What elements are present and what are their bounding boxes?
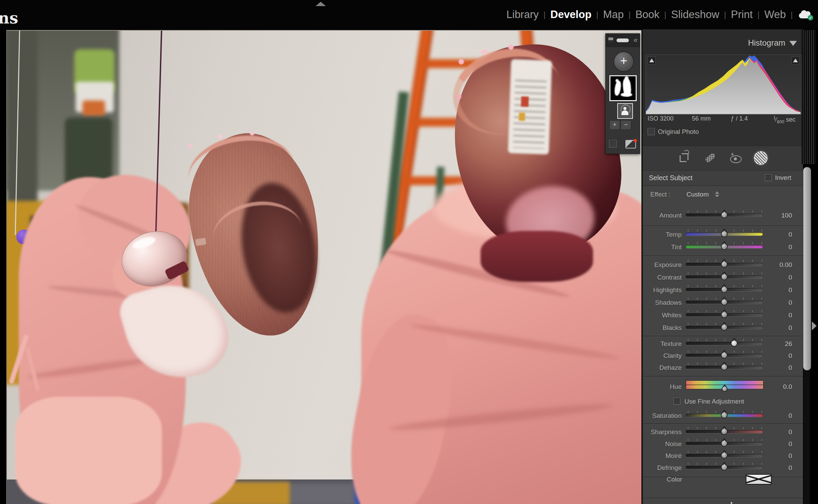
crop-overlay-icon[interactable] xyxy=(677,151,692,166)
nav-item-print[interactable]: Print xyxy=(726,9,758,21)
blacks-label: Blacks xyxy=(643,324,682,332)
nav-item-web[interactable]: Web xyxy=(760,9,791,21)
shutter-value: 1⁄800 sec xyxy=(773,115,796,124)
show-overlay-checkbox[interactable] xyxy=(609,140,617,147)
amount-slider[interactable] xyxy=(686,214,763,217)
sharpness-slider-thumb[interactable] xyxy=(721,428,728,435)
effect-value-dropdown[interactable]: Custom xyxy=(686,191,709,198)
chevrons-left-icon[interactable]: « xyxy=(634,36,638,45)
shadows-slider-thumb[interactable] xyxy=(721,299,728,305)
drag-pill-icon[interactable] xyxy=(617,38,629,42)
scrollbar-track[interactable] xyxy=(804,370,810,504)
defringe-slider-thumb[interactable] xyxy=(721,464,728,471)
sharpness-slider[interactable] xyxy=(686,430,763,433)
texture-slider[interactable] xyxy=(686,342,763,345)
histogram-collapse-arrow-icon[interactable] xyxy=(789,41,797,46)
defringe-value[interactable]: 0 xyxy=(768,464,792,472)
tint-slider[interactable] xyxy=(686,245,763,248)
right-panel-arrow-icon[interactable] xyxy=(812,321,817,330)
dehaze-slider[interactable] xyxy=(686,366,763,369)
fine-adjustment-checkbox[interactable] xyxy=(673,398,680,405)
mask-overlay-icon[interactable] xyxy=(625,140,636,148)
shadow-clipping-triangle-icon[interactable] xyxy=(648,57,656,65)
moire-value[interactable]: 0 xyxy=(768,452,792,460)
amount-value[interactable]: 100 xyxy=(768,212,792,219)
nav-item-develop[interactable]: Develop xyxy=(546,9,596,21)
moire-slider-thumb[interactable] xyxy=(721,452,728,459)
nav-item-book[interactable]: Book xyxy=(631,9,664,21)
clarity-slider-thumb[interactable] xyxy=(721,352,728,359)
effect-dropdown-arrows-icon[interactable] xyxy=(715,191,719,197)
label-red-mark xyxy=(521,96,529,107)
mask-overlay-mode-icon[interactable] xyxy=(608,37,613,43)
exposure-slider[interactable] xyxy=(686,263,763,266)
clarity-value[interactable]: 0 xyxy=(768,352,792,360)
amount-slider-thumb[interactable] xyxy=(721,211,728,218)
clarity-slider[interactable] xyxy=(686,354,763,357)
collapse-top-arrow-icon[interactable] xyxy=(316,2,326,6)
add-mask-button[interactable]: + xyxy=(614,51,634,72)
whites-value[interactable]: 0 xyxy=(768,312,792,319)
scrollbar-thumb[interactable] xyxy=(803,167,811,371)
subtract-from-mask-button[interactable]: − xyxy=(621,120,631,130)
dehaze-value[interactable]: 0 xyxy=(768,364,792,372)
dehaze-label: Dehaze xyxy=(643,364,682,372)
moire-slider[interactable] xyxy=(686,454,763,457)
highlights-slider-thumb[interactable] xyxy=(721,286,728,293)
mask-1-thumbnail[interactable] xyxy=(609,75,637,101)
blacks-value[interactable]: 0 xyxy=(768,324,792,332)
nav-item-map[interactable]: Map xyxy=(599,9,628,21)
exposure-slider-thumb[interactable] xyxy=(721,261,728,268)
histogram[interactable] xyxy=(646,54,802,115)
dehaze-slider-thumb[interactable] xyxy=(721,364,728,371)
highlights-slider[interactable] xyxy=(686,288,763,291)
contrast-value[interactable]: 0 xyxy=(768,274,792,281)
amount-label: Amount xyxy=(643,212,682,219)
contrast-slider[interactable] xyxy=(686,275,763,279)
saturation-slider[interactable] xyxy=(686,414,763,417)
saturation-value[interactable]: 0 xyxy=(768,412,792,420)
shadows-value[interactable]: 0 xyxy=(768,299,792,306)
nav-item-slideshow[interactable]: Slideshow xyxy=(666,9,724,21)
sync-cloud-icon[interactable]: ✓ xyxy=(798,10,813,20)
subject-component-thumbnail[interactable] xyxy=(617,103,633,119)
hue-slider[interactable] xyxy=(686,380,763,389)
whites-slider-thumb[interactable] xyxy=(721,311,728,318)
histogram-panel-title[interactable]: Histogram xyxy=(748,38,785,48)
nav-item-library[interactable]: Library xyxy=(502,9,544,21)
texture-value[interactable]: 26 xyxy=(768,340,792,348)
highlight-clipping-triangle-icon[interactable] xyxy=(791,57,800,65)
tint-slider-thumb[interactable] xyxy=(721,243,728,250)
texture-slider-thumb[interactable] xyxy=(731,340,738,347)
original-photo-checkbox[interactable] xyxy=(648,128,655,135)
temp-value[interactable]: 0 xyxy=(768,231,792,238)
noise-slider[interactable] xyxy=(686,442,763,445)
hue-slider-thumb[interactable] xyxy=(722,386,728,392)
masking-icon[interactable] xyxy=(753,151,768,166)
contrast-slider-thumb[interactable] xyxy=(721,273,728,280)
temp-slider[interactable] xyxy=(686,233,763,236)
temp-slider-thumb[interactable] xyxy=(721,231,728,237)
photo-canvas[interactable] xyxy=(6,30,641,504)
add-to-mask-button[interactable]: + xyxy=(609,120,620,130)
defringe-slider[interactable] xyxy=(686,466,763,469)
clarity-label: Clarity xyxy=(643,352,682,360)
invert-checkbox[interactable] xyxy=(765,174,772,181)
shadows-slider[interactable] xyxy=(686,301,763,304)
healing-icon[interactable] xyxy=(703,151,718,166)
blacks-slider-thumb[interactable] xyxy=(721,324,728,331)
exposure-value[interactable]: 0.00 xyxy=(768,261,792,269)
select-subject-bar[interactable]: Select Subject Invert xyxy=(643,170,803,186)
noise-value[interactable]: 0 xyxy=(768,440,792,448)
noise-slider-thumb[interactable] xyxy=(721,440,728,447)
masks-panel-header[interactable]: « xyxy=(606,34,640,47)
hue-value[interactable]: 0.0 xyxy=(768,383,792,391)
sharpness-value[interactable]: 0 xyxy=(768,428,792,436)
highlights-value[interactable]: 0 xyxy=(768,286,792,294)
saturation-slider-thumb[interactable] xyxy=(721,412,728,419)
color-swatch-none[interactable] xyxy=(746,474,772,485)
tint-value[interactable]: 0 xyxy=(768,243,792,251)
red-eye-icon[interactable]: + xyxy=(728,151,743,166)
whites-slider[interactable] xyxy=(686,313,763,316)
blacks-slider[interactable] xyxy=(686,326,763,329)
